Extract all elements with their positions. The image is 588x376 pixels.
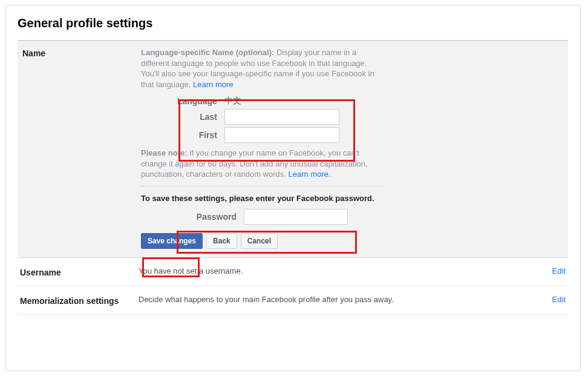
settings-page: General profile settings Name Language-s… [5, 5, 581, 371]
note-learn-more-link[interactable]: Learn more [289, 170, 328, 179]
save-changes-button[interactable]: Save changes [141, 233, 203, 249]
password-row: Password [141, 209, 563, 225]
inner-divider [141, 186, 383, 186]
memorialization-section-desc: Decide what happens to your main Faceboo… [139, 295, 537, 306]
save-password-prompt: To save these settings, please enter you… [141, 194, 380, 204]
memorialization-section: Memorialization settings Decide what hap… [18, 286, 568, 315]
name-section-body: Language-specific Name (optional): Displ… [141, 47, 563, 249]
action-buttons: Save changes Back Cancel [141, 233, 563, 249]
page-title: General profile settings [18, 16, 568, 30]
password-input[interactable] [244, 209, 348, 225]
language-row: Language 中文 [141, 96, 563, 107]
name-change-note-bold: Please note: [141, 148, 189, 157]
name-change-note: Please note: If you change your name on … [141, 148, 380, 180]
back-button[interactable]: Back [206, 233, 237, 249]
last-name-label: Last [141, 112, 224, 122]
name-section: Name Language-specific Name (optional): … [18, 41, 568, 258]
first-name-label: First [141, 130, 224, 140]
last-name-row: Last [141, 109, 563, 125]
language-name-form: Language 中文 Last First [141, 96, 563, 143]
name-section-header: Name [22, 47, 141, 249]
username-section-desc: You have not set a username. [139, 266, 537, 277]
first-name-input[interactable] [224, 127, 339, 143]
memorialization-section-header: Memorialization settings [20, 295, 139, 306]
language-name-description-bold: Language-specific Name (optional): [141, 48, 276, 57]
learn-more-link[interactable]: Learn more [193, 80, 233, 89]
language-value: 中文 [224, 96, 241, 107]
username-section: Username You have not set a username. Ed… [18, 258, 568, 286]
username-edit-link[interactable]: Edit [552, 266, 566, 275]
memorialization-edit-link[interactable]: Edit [552, 295, 566, 304]
cancel-button[interactable]: Cancel [241, 233, 278, 249]
username-section-header: Username [20, 266, 139, 277]
password-label: Password [141, 212, 244, 222]
language-name-description: Language-specific Name (optional): Displ… [141, 47, 380, 90]
last-name-input[interactable] [224, 109, 339, 125]
first-name-row: First [141, 127, 563, 143]
language-label: Language [141, 96, 224, 106]
